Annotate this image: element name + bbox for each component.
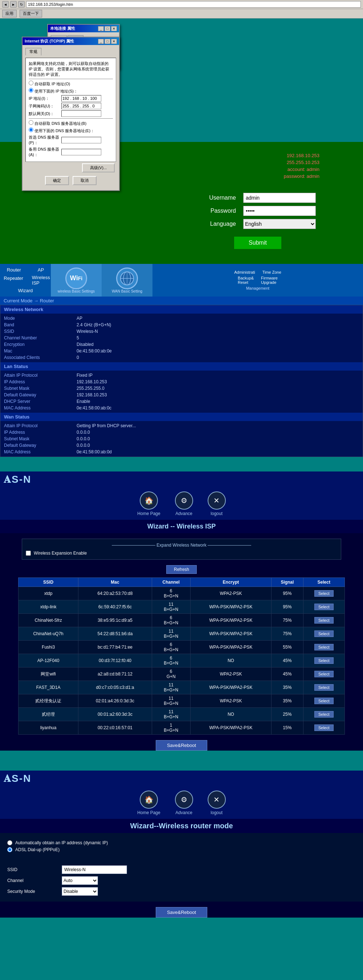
security-select[interactable]: Disable WPA-PSK WPA2-PSK: [62, 887, 98, 896]
ip-input[interactable]: [61, 95, 101, 102]
section2-topbar: 𝐀S-N: [0, 471, 363, 488]
ssid-cell: FAST_3D1A: [19, 681, 78, 694]
nav-upgrade[interactable]: Upgrade: [261, 280, 278, 285]
select-button[interactable]: Select: [314, 644, 334, 651]
encrypt-cell: WPA-PSK/WPA2-PSK: [190, 627, 272, 641]
status-val: 0e:41:58:00:ab:0c: [76, 406, 111, 410]
manual-dns-label[interactable]: 使用下面的 DNS 服务器地址(E)：: [29, 129, 94, 133]
address-bar[interactable]: [26, 1, 361, 8]
adsl-radio-s3[interactable]: [7, 847, 12, 852]
status-key: Subnet Mask: [4, 386, 76, 391]
gateway-input[interactable]: [61, 110, 101, 117]
dialog1-close[interactable]: ✕: [111, 26, 117, 31]
wan-status-header: Wan Status: [0, 413, 363, 421]
manual-ip-radio[interactable]: [29, 88, 33, 92]
dialog2-maximize[interactable]: □: [105, 39, 110, 44]
nav-firmware[interactable]: Firmware: [261, 276, 278, 280]
table-header: SSIDMacChannelEncryptSignalSelect: [19, 578, 345, 587]
advanced-btn[interactable]: 高级(V)...: [82, 163, 115, 172]
dialog2-minimize[interactable]: _: [98, 39, 104, 44]
nav-backup[interactable]: Backup&: [238, 276, 254, 280]
table-row: SSIDWireless-N: [4, 328, 359, 335]
logout-icon: ✕: [208, 492, 226, 510]
select-button[interactable]: Select: [314, 657, 334, 664]
select-button[interactable]: Select: [314, 698, 334, 704]
save-reboot-button-1[interactable]: Save&Reboot: [156, 740, 207, 751]
nav-right-top: Administrati Time Zone: [234, 270, 281, 274]
nav-isp[interactable]: ISP: [32, 280, 50, 286]
dialog-area: 本地连接 属性 _ □ ✕ 常规 高级 连接时使用 Realtek RTL816…: [0, 19, 363, 142]
ssid-input[interactable]: [62, 865, 127, 874]
auto-dns-radio[interactable]: [29, 120, 33, 125]
nav-firmware-upgrade: Firmware Upgrade: [261, 276, 278, 285]
nav-wireless[interactable]: Wireless: [32, 275, 50, 280]
globe-icon: [116, 267, 138, 289]
select-button[interactable]: Select: [314, 671, 334, 677]
channel-select[interactable]: Auto 1 6 11: [62, 876, 98, 885]
mac-cell: 64:20:a2:53:70:d8: [78, 587, 152, 600]
dialog2-btns: _ □ ✕: [98, 39, 117, 44]
select-button[interactable]: Select: [314, 604, 334, 610]
taskbar-item-app[interactable]: 应用: [2, 10, 17, 18]
ok-btn[interactable]: 确定: [45, 176, 69, 185]
home-page-icon-item-2[interactable]: 🏠 Home Page: [137, 791, 160, 815]
nav-timezone[interactable]: Time Zone: [263, 270, 281, 274]
manual-dns-radio[interactable]: [29, 127, 33, 132]
refresh-button[interactable]: Refresh: [166, 565, 197, 574]
password-input[interactable]: [243, 206, 316, 216]
language-select[interactable]: English: [243, 219, 316, 229]
dialog2-desc-text: 如果网络支持此功能，则可以获取自动指派的 IP 设置。否则，您需要从网络系统管理…: [29, 61, 113, 77]
taskbar-item-baidu[interactable]: 百度一下: [20, 10, 42, 18]
nav-wizard[interactable]: Wizard: [15, 287, 35, 294]
mac-cell: 38:e5:95:1c:d9:a5: [78, 614, 152, 627]
list-item: liyanhua 00:22:c0:16:57:01 1 B+G+N WPA-P…: [19, 721, 345, 735]
refresh-btn[interactable]: ↻: [18, 1, 25, 8]
select-button[interactable]: Select: [314, 711, 334, 718]
auto-ip-label[interactable]: 自动获取 IP 地址(O): [29, 82, 70, 86]
nav-ap[interactable]: AP: [35, 266, 47, 273]
select-button[interactable]: Select: [314, 684, 334, 691]
nav-admin[interactable]: Administrati: [234, 270, 255, 274]
encrypt-cell: NO: [190, 708, 272, 721]
dns1-input[interactable]: [61, 137, 101, 143]
manual-ip-label[interactable]: 使用下面的 IP 地址(S)：: [29, 89, 78, 93]
status-val: 192.168.10.253: [76, 379, 107, 384]
nav-bottom-row: Repeater Wireless ISP: [1, 275, 50, 286]
submit-button[interactable]: Submit: [234, 236, 282, 249]
forward-btn[interactable]: ►: [10, 1, 17, 8]
ssid-cell: xtdp: [19, 587, 78, 600]
nav-repeater[interactable]: Repeater: [1, 275, 26, 286]
logout-icon-item-2[interactable]: ✕ logout: [208, 791, 226, 815]
dialog1-minimize[interactable]: _: [98, 26, 104, 31]
nav-wifi-section[interactable]: Wi Fi wireless Basic Settings: [51, 264, 102, 296]
icon-bar-1: 🏠 Home Page ⚙ Advance ✕ logout: [0, 488, 363, 520]
wifi-fi-text: Fi: [78, 275, 83, 281]
advance-icon-item-2[interactable]: ⚙ Advance: [175, 791, 193, 815]
dns2-input[interactable]: [61, 149, 101, 155]
back-btn[interactable]: ◄: [2, 1, 9, 8]
nav-wan-section[interactable]: WAN Basic Setting: [102, 264, 153, 296]
home-page-icon-item[interactable]: 🏠 Home Page: [137, 492, 160, 516]
nav-router[interactable]: Router: [4, 266, 24, 273]
select-button[interactable]: Select: [314, 617, 334, 624]
save-reboot-button-2[interactable]: Save&Reboot: [156, 907, 207, 918]
subnet-input[interactable]: [61, 103, 101, 109]
auto-dns-label[interactable]: 自动获取 DNS 服务器地址(B): [29, 121, 86, 126]
advance-icon-item[interactable]: ⚙ Advance: [175, 492, 193, 516]
select-button[interactable]: Select: [314, 590, 334, 597]
cancel-btn[interactable]: 取消: [73, 176, 97, 185]
logout-icon-item[interactable]: ✕ logout: [208, 492, 226, 516]
username-input[interactable]: [243, 193, 316, 203]
expand-row: Wireless Expansion Enable: [26, 550, 337, 556]
select-button[interactable]: Select: [314, 724, 334, 731]
status-key: MAC Address: [4, 449, 76, 455]
wireless-expansion-checkbox[interactable]: [26, 550, 31, 556]
channel-cell: 6 B+G+N: [152, 654, 190, 668]
auto-ip-radio[interactable]: [29, 81, 33, 85]
nav-reset[interactable]: Reset: [238, 280, 254, 285]
dialog2-tab-general[interactable]: 常规: [25, 48, 41, 56]
auto-ip-radio-s3[interactable]: [7, 840, 12, 845]
dialog1-maximize[interactable]: □: [105, 26, 110, 31]
select-button[interactable]: Select: [314, 630, 334, 637]
dialog2-close[interactable]: ✕: [111, 39, 117, 44]
